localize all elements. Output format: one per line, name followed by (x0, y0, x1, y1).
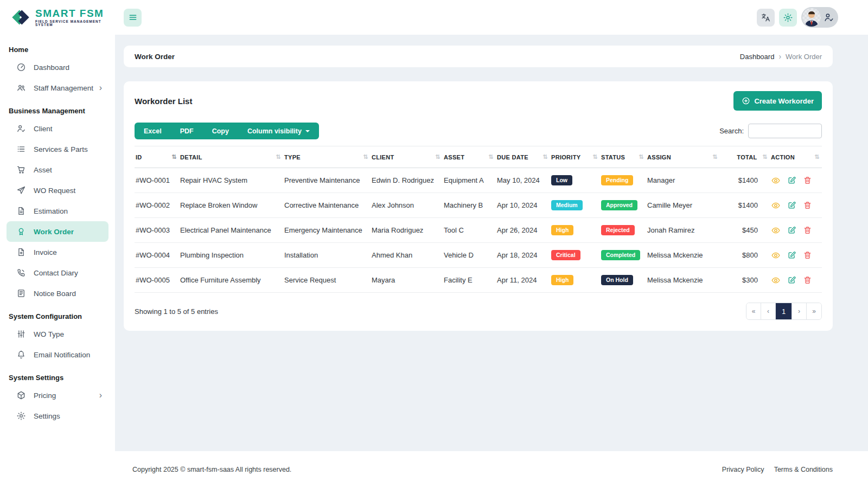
create-workorder-button[interactable]: Create Workorder (733, 91, 822, 111)
sidebar-item-invoice[interactable]: Invoice (7, 242, 108, 262)
cell-detail: Electrical Panel Maintenance (179, 218, 283, 243)
terms-link[interactable]: Terms & Conditions (774, 466, 833, 473)
sidebar-item-dashboard[interactable]: Dashboard (7, 57, 108, 78)
edit-button[interactable] (787, 201, 796, 210)
sidebar-item-label: Email Notification (34, 351, 90, 359)
column-visibility-button[interactable]: Column visibility (238, 123, 319, 139)
pagination-page-1[interactable]: 1 (776, 303, 792, 319)
table-header: ID⇅DETAIL⇅TYPE⇅CLIENT⇅ASSET⇅DUE DATE⇅PRI… (135, 146, 822, 168)
entries-info: Showing 1 to 5 of 5 entries (135, 307, 218, 316)
sidebar-item-work-order[interactable]: Work Order (7, 221, 108, 242)
pdf-export-button[interactable]: PDF (171, 123, 203, 139)
cell-due-date: Apr 11, 2024 (496, 268, 550, 293)
column-header-client[interactable]: CLIENT⇅ (371, 146, 443, 168)
priority-badge: Critical (551, 250, 580, 260)
avatar (802, 8, 821, 27)
sidebar-item-label: Invoice (34, 248, 57, 256)
search-label: Search: (719, 127, 744, 135)
privacy-policy-link[interactable]: Privacy Policy (722, 466, 764, 473)
edit-icon (787, 201, 796, 210)
sidebar-item-notice-board[interactable]: Notice Board (7, 283, 108, 304)
edit-button[interactable] (787, 275, 796, 285)
sidebar-item-settings[interactable]: Settings (7, 406, 108, 426)
column-header-assign[interactable]: ASSIGN⇅ (646, 146, 720, 168)
menu-icon (128, 12, 138, 22)
pricing-icon (16, 390, 26, 400)
column-header-due_date[interactable]: DUE DATE⇅ (496, 146, 550, 168)
sidebar: HomeDashboardStaff Management›Business M… (0, 35, 115, 488)
user-menu-button[interactable] (801, 7, 838, 28)
sidebar-item-staff-management[interactable]: Staff Management› (7, 78, 108, 98)
column-header-status[interactable]: STATUS⇅ (600, 146, 646, 168)
column-header-detail[interactable]: DETAIL⇅ (179, 146, 283, 168)
delete-button[interactable] (803, 176, 812, 185)
column-header-id[interactable]: ID⇅ (135, 146, 179, 168)
sort-icon: ⇅ (276, 154, 281, 160)
sort-icon: ⇅ (488, 154, 494, 160)
cell-asset: Tool C (443, 218, 496, 243)
cell-action (770, 218, 822, 243)
pagination-last[interactable]: » (807, 303, 821, 319)
sidebar-item-wo-type[interactable]: WO Type (7, 324, 108, 344)
delete-button[interactable] (803, 251, 812, 260)
estimation-icon (16, 206, 26, 216)
sidebar-item-pricing[interactable]: Pricing› (7, 385, 108, 406)
dashboard-icon (16, 62, 26, 72)
eye-icon (771, 201, 781, 210)
column-header-action[interactable]: ACTION⇅ (770, 146, 822, 168)
sidebar-item-label: Asset (34, 166, 52, 174)
delete-button[interactable] (803, 275, 812, 285)
language-button[interactable] (757, 9, 775, 27)
column-header-asset[interactable]: ASSET⇅ (443, 146, 496, 168)
settings-quick-button[interactable] (779, 9, 797, 27)
eye-icon (771, 226, 781, 235)
sidebar-item-wo-request[interactable]: WO Request (7, 180, 108, 201)
cell-client: Edwin D. Rodriguez (371, 168, 443, 193)
view-button[interactable] (771, 176, 781, 185)
sidebar-item-estimation[interactable]: Estimation (7, 201, 108, 221)
pagination-next[interactable]: › (792, 303, 807, 319)
edit-button[interactable] (787, 251, 796, 260)
breadcrumb-current: Work Order (786, 53, 822, 61)
edit-button[interactable] (787, 176, 796, 185)
bell-icon (16, 350, 26, 359)
sidebar-item-services-parts[interactable]: Services & Parts (7, 139, 108, 159)
sidebar-item-label: WO Request (34, 187, 75, 195)
view-button[interactable] (771, 275, 781, 285)
delete-button[interactable] (803, 201, 812, 210)
column-header-total[interactable]: TOTAL⇅ (720, 146, 770, 168)
breadcrumb-dashboard[interactable]: Dashboard (740, 53, 775, 61)
view-button[interactable] (771, 226, 781, 235)
cell-status: Pending (600, 168, 646, 193)
sort-icon: ⇅ (639, 154, 644, 160)
cell-status: On Hold (600, 268, 646, 293)
search-input[interactable] (748, 124, 822, 138)
column-header-priority[interactable]: PRIORITY⇅ (550, 146, 600, 168)
column-header-type[interactable]: TYPE⇅ (283, 146, 371, 168)
cell-id: #WO-0003 (135, 218, 179, 243)
edit-button[interactable] (787, 226, 796, 235)
excel-export-button[interactable]: Excel (135, 123, 171, 139)
nav-section-title: System Settings (9, 374, 115, 382)
sidebar-item-asset[interactable]: Asset (7, 159, 108, 180)
chevron-right-icon: › (778, 52, 781, 61)
caret-down-icon (305, 130, 310, 132)
copy-export-button[interactable]: Copy (203, 123, 238, 139)
view-button[interactable] (771, 251, 781, 260)
pagination-prev[interactable]: ‹ (761, 303, 776, 319)
sidebar-item-email-notification[interactable]: Email Notification (7, 344, 108, 365)
table-row: #WO-0003Electrical Panel MaintenanceEmer… (135, 218, 822, 243)
pagination-first[interactable]: « (746, 303, 761, 319)
priority-badge: Low (551, 175, 572, 185)
sort-icon: ⇅ (542, 154, 548, 160)
edit-icon (787, 226, 796, 235)
priority-badge: High (551, 275, 573, 285)
sidebar-item-client[interactable]: Client (7, 118, 108, 139)
cell-assign: Manager (646, 168, 720, 193)
sidebar-toggle-button[interactable] (124, 9, 142, 27)
sidebar-item-contact-diary[interactable]: Contact Diary (7, 262, 108, 283)
sidebar-item-label: Notice Board (34, 290, 76, 298)
view-button[interactable] (771, 201, 781, 210)
app-logo[interactable]: SMART FSM FIELD SERVICE MANAGEMENT SYSTE… (0, 8, 115, 27)
delete-button[interactable] (803, 226, 812, 235)
